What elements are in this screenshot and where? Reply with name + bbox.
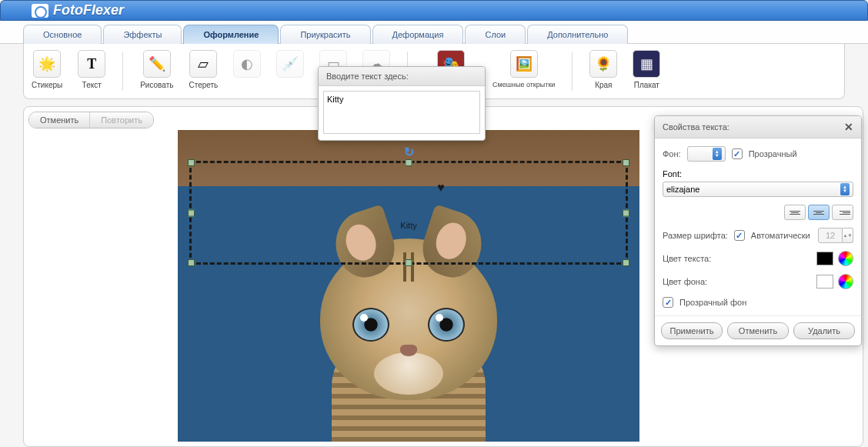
chevron-updown-icon: ▲▼	[840, 183, 850, 195]
handle-tl[interactable]	[188, 159, 195, 166]
align-center-button[interactable]	[808, 205, 830, 220]
handle-mr[interactable]	[623, 209, 629, 216]
font-select[interactable]: elizajane ▲▼	[663, 182, 853, 197]
transparent-bg-label: Прозрачный фон	[679, 298, 746, 307]
panel-header[interactable]: Свойства текста: ✕	[655, 116, 861, 138]
undo-redo-bar: Отменить Повторить	[28, 112, 154, 128]
bg-color-label: Цвет фона:	[663, 277, 707, 286]
tool-hidden1[interactable]: ◐	[230, 48, 264, 94]
pencil-icon: ✏️	[143, 50, 171, 78]
text-selection-box[interactable]: ↻ Kitty ♥	[189, 161, 628, 265]
align-right-button[interactable]	[832, 205, 853, 220]
text-overlay[interactable]: Kitty ♥	[400, 186, 416, 239]
align-left-button[interactable]	[784, 205, 806, 220]
tab-basic[interactable]: Основное	[23, 25, 102, 44]
apply-button[interactable]: Применить	[661, 322, 723, 339]
tab-decorate[interactable]: Оформление	[183, 25, 279, 44]
handle-bl[interactable]	[188, 259, 195, 266]
tab-distort[interactable]: Деформация	[372, 25, 464, 44]
tool-text[interactable]: T Текст	[75, 48, 108, 94]
text-color-swatch[interactable]	[816, 252, 833, 265]
tool-hidden2[interactable]: 💉	[273, 48, 307, 94]
camera-icon	[32, 4, 48, 18]
handle-br[interactable]	[623, 259, 629, 266]
bg-select[interactable]: ▲▼	[687, 146, 726, 162]
undo-button[interactable]: Отменить	[29, 112, 90, 128]
text-entry-popup[interactable]: Вводите текст здесь:	[318, 66, 486, 141]
poster-icon: ▦	[633, 50, 660, 78]
text-color-label: Цвет текста:	[663, 254, 711, 263]
size-label: Размер шрифта:	[663, 231, 728, 240]
text-entry-input[interactable]	[323, 91, 480, 134]
tool-erase[interactable]: ▱ Стереть	[185, 48, 221, 94]
cancel-button[interactable]: Отменить	[727, 322, 789, 339]
chevron-updown-icon: ▲▼	[713, 148, 722, 160]
delete-button[interactable]: Удалить	[793, 322, 855, 339]
border-icon: 🌻	[589, 50, 617, 78]
app-header: FotoFlexer	[0, 0, 868, 21]
align-group	[784, 205, 853, 220]
redo-button[interactable]: Повторить	[90, 112, 153, 128]
auto-label: Автоматически	[751, 231, 810, 240]
separator	[572, 52, 573, 91]
heart-icon: ♥	[437, 180, 445, 194]
handle-ml[interactable]	[188, 209, 195, 216]
tab-advanced[interactable]: Дополнительно	[527, 25, 628, 44]
text-properties-panel: Свойства текста: ✕ Фон: ▲▼ ✓ Прозрачный …	[654, 115, 862, 346]
transparent-checkbox[interactable]: ✓	[732, 148, 743, 159]
bg-label: Фон:	[663, 149, 681, 158]
tool-poster[interactable]: ▦ Плакат	[629, 48, 663, 94]
tab-beautify[interactable]: Приукрасить	[280, 25, 370, 44]
main-tabs: Основное Эффекты Оформление Приукрасить …	[0, 21, 868, 44]
tab-layers[interactable]: Слои	[465, 25, 526, 44]
canvas[interactable]: ↻ Kitty ♥	[178, 130, 639, 442]
picker-icon: 💉	[276, 50, 304, 78]
fill-icon: ◐	[233, 50, 261, 78]
postcard-icon: 🖼️	[510, 50, 538, 78]
text-color-picker-icon[interactable]	[838, 251, 853, 266]
app-logo-text: FotoFlexer	[53, 2, 124, 18]
tool-postcards[interactable]: 🖼️ Смешные открытки	[489, 48, 558, 94]
tool-draw[interactable]: ✏️ Рисовать	[137, 48, 176, 94]
panel-title: Свойства текста:	[663, 122, 729, 132]
bg-color-picker-icon[interactable]	[838, 274, 853, 289]
font-size-input[interactable]	[818, 228, 843, 243]
auto-size-checkbox[interactable]: ✓	[734, 230, 745, 241]
tool-borders[interactable]: 🌻 Края	[586, 48, 620, 94]
handle-tm[interactable]	[406, 159, 412, 166]
handle-tr[interactable]	[623, 159, 629, 166]
tool-stickers[interactable]: 🌟 Стикеры	[28, 48, 65, 94]
bg-color-swatch[interactable]	[816, 275, 833, 289]
stickers-icon: 🌟	[33, 50, 61, 78]
transparent-bg-checkbox[interactable]: ✓	[663, 297, 673, 308]
transparent-label: Прозрачный	[749, 149, 797, 158]
text-icon: T	[78, 50, 105, 78]
close-icon[interactable]: ✕	[844, 121, 853, 133]
handle-bm[interactable]	[406, 259, 412, 266]
font-size-stepper[interactable]: ▲▼	[843, 228, 853, 243]
font-label: Font:	[663, 169, 682, 178]
text-entry-title: Вводите текст здесь:	[319, 67, 485, 86]
eraser-icon: ▱	[189, 50, 217, 78]
rotate-handle[interactable]: ↻	[404, 145, 414, 159]
tab-effects[interactable]: Эффекты	[103, 25, 182, 44]
separator	[122, 52, 123, 91]
